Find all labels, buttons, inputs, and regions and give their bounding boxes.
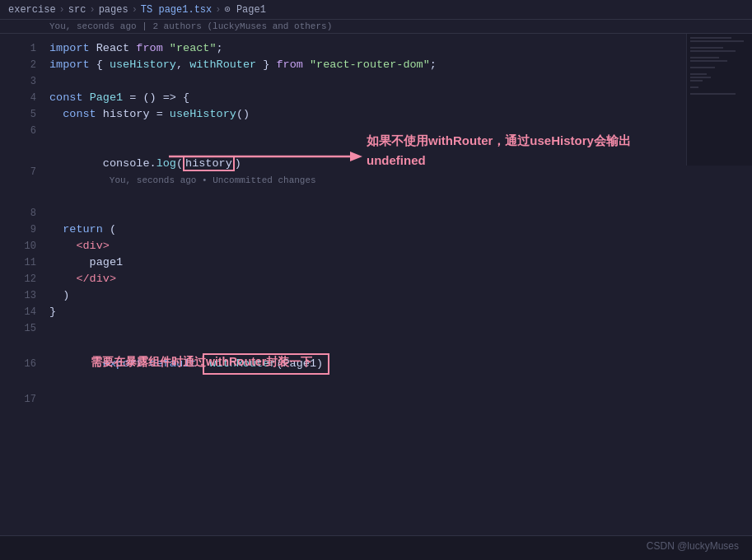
code-line-9: 9 return (	[0, 222, 752, 238]
breadcrumb-part: exercise	[8, 4, 56, 16]
breadcrumb-file: TS page1.tsx	[141, 4, 212, 16]
code-line-3: 3	[0, 73, 752, 90]
code-line-2: 2 import { useHistory, withRouter } from…	[0, 57, 752, 73]
breadcrumb-sep: ›	[59, 4, 65, 16]
code-line-8: 8	[0, 205, 752, 222]
code-line-15: 15	[0, 320, 752, 337]
svg-rect-0	[690, 37, 731, 39]
breadcrumb: exercise › src › pages › TS page1.tsx › …	[0, 0, 752, 20]
code-line-17: 17	[0, 391, 752, 408]
breadcrumb-part: src	[68, 4, 86, 16]
breadcrumb-sep: ›	[89, 4, 95, 16]
code-line-10: 10 <div>	[0, 238, 752, 254]
git-blame-text: You, seconds ago | 2 authors (luckyMuses…	[49, 21, 332, 31]
code-editor: 1 import React from "react"; 2 import { …	[0, 34, 752, 548]
breadcrumb-sep: ›	[215, 4, 221, 16]
status-bar	[0, 535, 752, 560]
code-line-12: 12 </div>	[0, 271, 752, 287]
code-line-13: 13 )	[0, 287, 752, 304]
code-line-1: 1 import React from "react";	[0, 40, 752, 57]
code-line-14: 14 }	[0, 304, 752, 320]
breadcrumb-part: pages	[99, 4, 128, 16]
code-line-5: 5 const history = useHistory()	[0, 106, 752, 123]
code-line-4: 4 const Page1 = () => {	[0, 90, 752, 106]
arrow-annotation	[169, 145, 362, 163]
arrow-svg	[169, 150, 362, 163]
bottom-annotation: 需要在暴露组件时通过withRouter封装一下	[91, 355, 312, 370]
code-line-11: 11 page1	[0, 254, 752, 271]
breadcrumb-sep: ›	[132, 4, 138, 16]
annotation-text: 如果不使用withRouter，通过useHistory会输出 undefine…	[367, 131, 631, 170]
breadcrumb-symbol: ⊙ Page1	[224, 3, 265, 16]
svg-marker-13	[350, 152, 362, 161]
uncommitted-tooltip: You, seconds ago • Uncommitted changes	[110, 175, 316, 185]
watermark: CSDN @luckyMuses	[647, 540, 739, 552]
code-area: 1 import React from "react"; 2 import { …	[0, 40, 752, 408]
git-blame-bar: You, seconds ago | 2 authors (luckyMuses…	[0, 20, 752, 34]
